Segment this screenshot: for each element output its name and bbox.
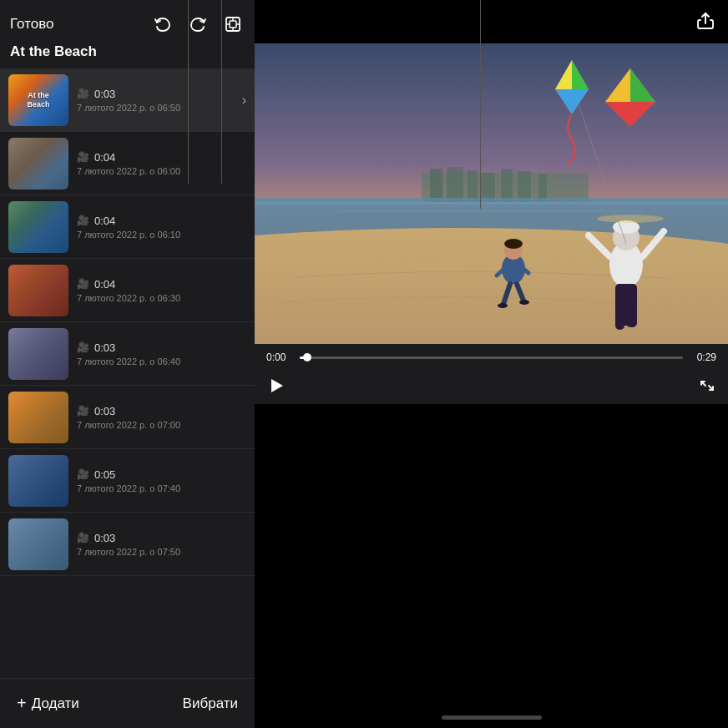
svg-rect-13 (518, 171, 531, 202)
clip-thumbnail-4 (8, 265, 68, 316)
header-icons (151, 13, 245, 36)
undo-button[interactable] (151, 13, 174, 36)
list-item[interactable]: 🎥 0:03 7 лютого 2022 р. о 07:00 (0, 386, 255, 449)
list-item[interactable]: 🎥 0:04 7 лютого 2022 р. о 06:30 (0, 259, 255, 322)
clip-date: 7 лютого 2022 р. о 07:50 (77, 547, 238, 557)
progress-thumb[interactable] (303, 353, 311, 361)
svg-rect-32 (626, 284, 637, 327)
share-icon (696, 12, 715, 30)
clip-meta-row: 🎥 0:03 (77, 341, 238, 354)
header: Готово (0, 0, 255, 43)
svg-point-20 (504, 239, 523, 249)
clip-duration: 0:04 (94, 278, 115, 291)
clip-thumbnail-2 (8, 138, 68, 190)
add-button[interactable]: + Додати (17, 694, 79, 713)
player-controls: 0:00 0:29 (255, 344, 728, 404)
trim-icon (224, 15, 242, 33)
redo-icon (189, 15, 207, 33)
play-icon (266, 376, 286, 396)
left-panel: Готово (0, 0, 255, 728)
svg-marker-45 (271, 379, 283, 392)
share-button[interactable] (696, 12, 715, 34)
clip-meta-row: 🎥 0:04 (77, 215, 238, 227)
clip-thumbnail-3 (8, 201, 68, 253)
svg-point-44 (597, 215, 664, 223)
undo-icon (154, 15, 172, 33)
playback-row (255, 371, 728, 404)
clip-list: At theBeach 🎥 0:03 7 лютого 2022 р. о 06… (0, 68, 255, 678)
clip-meta-row: 🎥 0:03 (77, 405, 238, 417)
list-item[interactable]: 🎥 0:04 7 лютого 2022 р. о 06:00 (0, 132, 255, 195)
clip-duration: 0:04 (94, 215, 115, 227)
clip-meta-row: 🎥 0:05 (77, 468, 238, 481)
video-display (255, 43, 728, 344)
project-title: At the Beach (0, 43, 255, 68)
play-button[interactable] (266, 376, 286, 396)
clip-thumbnail-8 (8, 518, 68, 570)
svg-rect-14 (538, 174, 547, 202)
trim-button[interactable] (221, 13, 245, 36)
svg-rect-8 (430, 169, 442, 202)
clip-info-4: 🎥 0:04 7 лютого 2022 р. о 06:30 (68, 278, 246, 303)
list-item[interactable]: 🎥 0:05 7 лютого 2022 р. о 07:40 (0, 449, 255, 513)
home-indicator (442, 715, 542, 720)
clip-info-8: 🎥 0:03 7 лютого 2022 р. о 07:50 (68, 532, 246, 557)
video-camera-icon: 🎥 (77, 341, 89, 353)
video-scene-svg (255, 43, 728, 344)
clip-duration: 0:03 (94, 88, 115, 100)
clip-info-5: 🎥 0:03 7 лютого 2022 р. о 06:40 (68, 341, 246, 367)
progress-bar-container[interactable]: 0:00 0:29 (255, 344, 728, 371)
video-camera-icon: 🎥 (77, 151, 89, 163)
svg-point-24 (519, 300, 529, 305)
clip-date: 7 лютого 2022 р. о 07:00 (77, 420, 238, 430)
list-item[interactable]: 🎥 0:03 7 лютого 2022 р. о 06:40 (0, 322, 255, 386)
video-camera-icon: 🎥 (77, 215, 89, 226)
svg-rect-9 (447, 167, 463, 202)
redo-button[interactable] (186, 13, 210, 36)
plus-icon: + (17, 694, 27, 713)
fullscreen-button[interactable] (698, 377, 716, 395)
clip-date: 7 лютого 2022 р. о 06:10 (77, 230, 238, 240)
select-label: Вибрати (183, 695, 238, 712)
clip-duration: 0:03 (94, 405, 115, 417)
clip-duration: 0:05 (94, 468, 115, 481)
svg-rect-11 (480, 173, 495, 202)
thumb-text: At theBeach (27, 91, 49, 109)
clip-info-3: 🎥 0:04 7 лютого 2022 р. о 06:10 (68, 215, 246, 240)
select-button[interactable]: Вибрати (183, 695, 238, 712)
video-camera-icon: 🎥 (77, 468, 89, 480)
right-panel: 0:00 0:29 (255, 0, 728, 728)
svg-rect-12 (501, 169, 513, 202)
clip-info-1: 🎥 0:03 7 лютого 2022 р. о 06:50 (68, 88, 242, 113)
clip-thumbnail-6 (8, 392, 68, 443)
done-button[interactable]: Готово (10, 16, 54, 33)
progress-track[interactable] (300, 356, 683, 359)
clip-meta-row: 🎥 0:04 (77, 278, 238, 291)
clip-date: 7 лютого 2022 р. о 06:30 (77, 293, 238, 303)
video-camera-icon: 🎥 (77, 405, 89, 417)
svg-rect-17 (338, 210, 645, 212)
list-item[interactable]: 🎥 0:04 7 лютого 2022 р. о 06:10 (0, 195, 255, 259)
clip-thumbnail-5 (8, 328, 68, 380)
clip-date: 7 лютого 2022 р. о 06:00 (77, 166, 238, 176)
clip-duration: 0:04 (94, 151, 115, 164)
list-item[interactable]: At theBeach 🎥 0:03 7 лютого 2022 р. о 06… (0, 68, 255, 132)
clip-info-6: 🎥 0:03 7 лютого 2022 р. о 07:00 (68, 405, 246, 430)
time-total: 0:29 (691, 351, 716, 363)
bottom-bar: + Додати Вибрати (0, 678, 255, 728)
time-current: 0:00 (266, 351, 291, 363)
video-camera-icon: 🎥 (77, 278, 89, 290)
clip-date: 7 лютого 2022 р. о 06:40 (77, 356, 238, 367)
svg-point-23 (498, 303, 508, 308)
svg-rect-1 (230, 21, 236, 28)
clip-info-2: 🎥 0:04 7 лютого 2022 р. о 06:00 (68, 151, 246, 176)
svg-rect-31 (615, 284, 624, 330)
clip-duration: 0:03 (94, 532, 115, 544)
clip-duration: 0:03 (94, 341, 115, 354)
video-camera-icon: 🎥 (77, 532, 89, 543)
clip-meta-row: 🎥 0:03 (77, 88, 234, 100)
list-item[interactable]: 🎥 0:03 7 лютого 2022 р. о 07:50 (0, 513, 255, 576)
fullscreen-icon (698, 377, 716, 395)
svg-rect-16 (255, 202, 728, 205)
svg-rect-10 (468, 170, 478, 202)
